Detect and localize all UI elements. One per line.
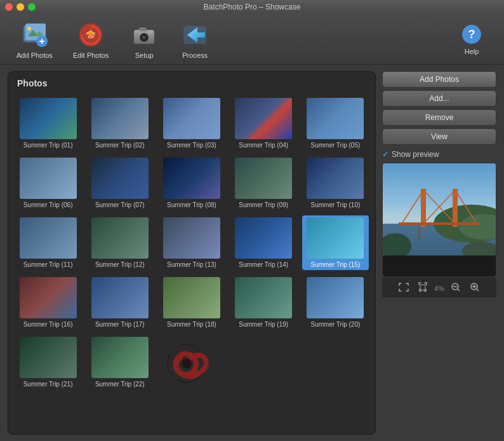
photo-label: Summer Trip (11) [23,261,73,268]
list-item[interactable]: Summer Trip (07) [86,156,153,210]
list-item[interactable]: Summer Trip (15) [302,215,369,270]
list-item[interactable]: Summer Trip (01) [15,96,81,151]
process-icon [180,20,210,50]
list-item[interactable]: Summer Trip (19) [230,275,297,330]
list-item[interactable]: Summer Trip (04) [230,96,297,151]
svg-text:?: ? [468,28,475,41]
titlebar: BatchPhoto Pro – Showcase [0,0,504,14]
svg-rect-39 [418,227,420,240]
photo-thumbnail [307,158,364,199]
photo-thumbnail [20,217,77,259]
photo-thumbnail [235,277,292,318]
toolbar-setup[interactable]: Setup [119,15,169,64]
list-item[interactable]: Summer Trip (18) [158,275,225,330]
loading-spinner-area [158,335,215,392]
svg-rect-12 [139,27,147,31]
add-photos-button[interactable]: Add Photos [382,71,496,88]
list-item[interactable]: Summer Trip (16) [15,275,81,330]
toolbar-process[interactable]: Process [169,15,220,64]
list-item[interactable]: Summer Trip (14) [230,215,297,270]
list-item[interactable]: Summer Trip (11) [15,215,81,270]
list-item[interactable]: Summer Trip (08) [158,156,225,210]
photo-label: Summer Trip (07) [95,201,145,208]
toolbar-edit-photos[interactable]: Edit Photos [63,15,119,64]
list-item[interactable]: Summer Trip (02) [86,96,153,151]
photo-thumbnail [163,98,220,139]
fit-page-button[interactable] [415,281,430,295]
photo-label: Summer Trip (10) [310,201,360,208]
photo-thumbnail [163,217,220,259]
photo-thumbnail [20,158,77,199]
photo-thumbnail [235,98,292,139]
photo-thumbnail [20,277,77,318]
photo-thumbnail [163,277,220,318]
add-button[interactable]: Add... [382,90,496,107]
photo-thumbnail [235,158,292,199]
photo-thumbnail [91,277,149,318]
preview-section: ✓ Show preview [382,150,496,435]
list-item[interactable]: Summer Trip (12) [86,215,153,270]
list-item[interactable]: Summer Trip (22) [86,335,153,392]
svg-rect-8 [41,39,43,44]
list-item[interactable]: Summer Trip (10) [302,156,369,210]
photo-label: Summer Trip (06) [23,201,73,208]
maximize-button[interactable] [28,3,36,11]
right-panel: Add Photos Add... Remove View ✓ Show pre… [382,71,496,435]
svg-rect-41 [420,285,425,290]
list-item[interactable]: Summer Trip (06) [15,156,81,210]
list-item[interactable]: Summer Trip (05) [302,96,369,151]
preview-image [383,163,496,255]
view-button[interactable]: View [382,128,496,145]
photo-label: Summer Trip (04) [239,142,288,149]
svg-point-25 [183,360,190,367]
show-preview-row: ✓ Show preview [382,150,496,159]
photo-thumbnail [235,217,292,259]
remove-button[interactable]: Remove [382,109,496,126]
photo-thumbnail [20,337,77,378]
close-button[interactable] [5,3,13,11]
photos-grid-container[interactable]: Summer Trip (01) Summer Trip (02) Summer… [8,92,375,434]
photo-thumbnail [163,158,220,199]
photo-label: Summer Trip (08) [167,201,216,208]
photo-label: Summer Trip (09) [239,201,288,208]
list-item[interactable]: Summer Trip (21) [15,335,81,392]
add-photos-icon [19,20,50,50]
list-item[interactable]: Summer Trip (09) [230,156,297,210]
photos-panel-header: Photos [8,72,375,92]
list-item[interactable]: Summer Trip (03) [158,96,225,151]
photo-thumbnail [91,217,149,259]
photo-label: Summer Trip (01) [23,142,73,149]
show-preview-label: Show preview [392,150,439,159]
photo-label: Summer Trip (15) [310,261,360,268]
toolbar-add-photos[interactable]: Add Photos [6,15,63,64]
zoom-level: 4% [434,285,444,292]
toolbar-help[interactable]: ? Help [451,18,493,60]
list-item[interactable]: Summer Trip (13) [158,215,225,270]
process-label: Process [182,51,208,59]
action-buttons: Add Photos Add... Remove View [382,71,496,145]
help-label: Help [465,48,479,55]
svg-point-5 [27,27,31,31]
photo-thumbnail [307,98,364,139]
preview-box [382,163,496,277]
main-content: Photos Summer Trip (01) Summer Trip (02)… [0,65,504,441]
list-item[interactable]: Summer Trip (17) [86,275,153,330]
help-icon: ? [461,24,482,48]
photo-label: Summer Trip (05) [310,142,360,149]
zoom-out-button[interactable] [448,281,463,295]
fit-width-button[interactable] [396,281,411,295]
loading-spinner-icon [164,341,209,386]
list-item[interactable]: Summer Trip (20) [302,275,369,330]
zoom-in-button[interactable] [467,281,482,295]
photo-label: Summer Trip (20) [310,321,360,328]
photo-label: Summer Trip (03) [167,142,216,149]
photo-thumbnail [91,158,149,199]
photo-label: Summer Trip (17) [95,321,145,328]
svg-rect-36 [399,222,480,225]
photo-label: Summer Trip (21) [23,381,73,388]
svg-point-17 [149,31,152,34]
photo-label: Summer Trip (13) [167,261,216,268]
photo-thumbnail [20,98,77,139]
minimize-button[interactable] [17,3,24,11]
add-photos-label: Add Photos [17,51,53,59]
